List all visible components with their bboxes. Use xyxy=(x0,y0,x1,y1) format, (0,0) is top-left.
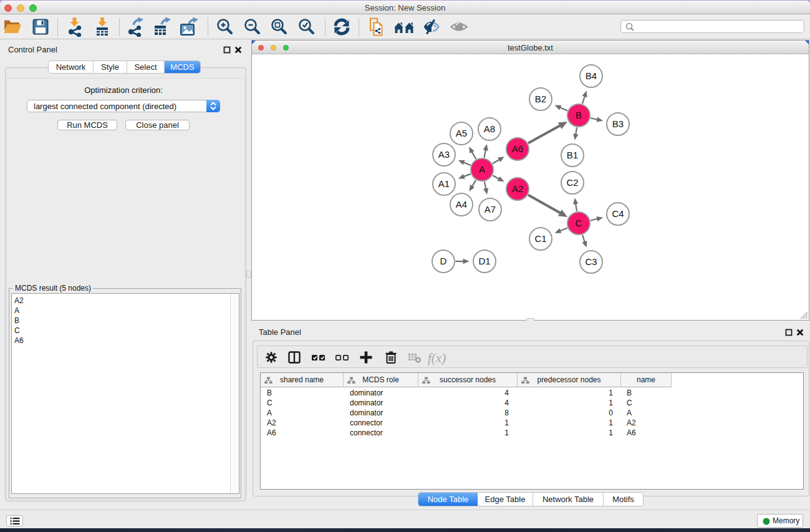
svg-text:A2: A2 xyxy=(512,183,523,194)
svg-text:A: A xyxy=(479,164,485,175)
svg-text:B1: B1 xyxy=(567,150,578,160)
svg-text:B2: B2 xyxy=(535,94,546,104)
svg-text:C3: C3 xyxy=(585,256,597,267)
svg-text:D1: D1 xyxy=(478,256,490,266)
svg-text:A4: A4 xyxy=(456,199,467,210)
svg-text:B4: B4 xyxy=(586,70,597,81)
svg-text:C4: C4 xyxy=(612,208,624,219)
svg-text:A1: A1 xyxy=(438,178,450,189)
svg-text:C2: C2 xyxy=(566,177,578,188)
svg-text:A6: A6 xyxy=(512,143,523,154)
svg-text:C1: C1 xyxy=(534,233,546,244)
svg-text:A7: A7 xyxy=(485,204,496,215)
svg-text:A5: A5 xyxy=(456,128,467,138)
svg-text:D: D xyxy=(440,256,447,266)
svg-text:B: B xyxy=(576,110,582,120)
svg-text:C: C xyxy=(576,218,582,228)
svg-text:A3: A3 xyxy=(438,149,450,160)
svg-text:B3: B3 xyxy=(612,118,624,129)
svg-text:A8: A8 xyxy=(484,123,495,134)
